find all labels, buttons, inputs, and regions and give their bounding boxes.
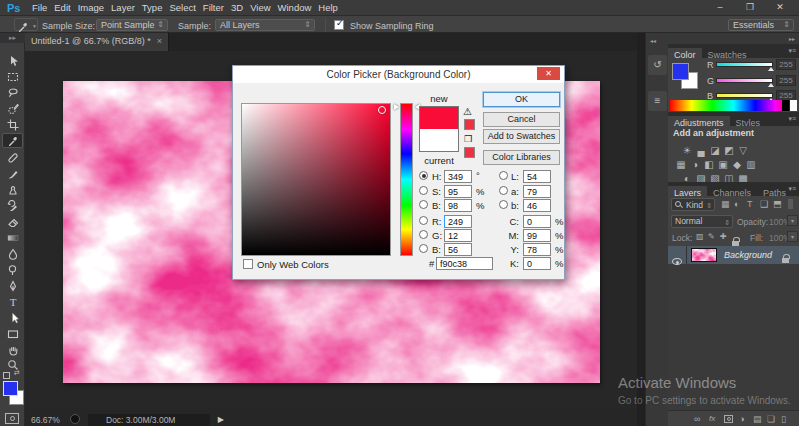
foreground-swatch[interactable] <box>672 63 689 80</box>
healing-brush-tool[interactable] <box>2 150 23 165</box>
brush-tool[interactable] <box>2 166 23 181</box>
s-field[interactable]: 95 <box>444 185 472 198</box>
menu-select[interactable]: Select <box>166 2 199 13</box>
minimize-button[interactable]: – <box>705 0 735 14</box>
menu-image[interactable]: Image <box>74 2 107 13</box>
green-slider-handle[interactable] <box>768 83 774 87</box>
hue-slider[interactable] <box>400 103 413 256</box>
ps-logo[interactable]: Ps <box>0 2 28 14</box>
menu-view[interactable]: View <box>247 2 274 13</box>
filter-toggle[interactable] <box>788 199 793 209</box>
show-sampling-ring-checkbox[interactable]: ✓ <box>334 20 344 30</box>
type-tool[interactable]: T <box>2 294 23 309</box>
blue-slider[interactable] <box>716 93 773 98</box>
menu-layer[interactable]: Layer <box>108 2 139 13</box>
filter-shape-layers-icon[interactable]: ❑ <box>760 199 768 209</box>
layer-row-background[interactable]: Background <box>668 246 799 264</box>
h-field[interactable]: 349 <box>444 170 472 183</box>
b2-field[interactable]: 56 <box>444 243 472 256</box>
zoom-level[interactable]: 66.67% <box>31 415 60 425</box>
add-to-swatches-button[interactable]: Add to Swatches <box>483 129 560 144</box>
menu-help[interactable]: Help <box>315 2 342 13</box>
visibility-eye-icon[interactable] <box>672 251 682 269</box>
move-tool[interactable] <box>2 53 23 68</box>
panel-menu-icon[interactable]: ▾≡ <box>788 115 796 123</box>
a-radio[interactable] <box>499 186 508 195</box>
h-radio[interactable] <box>419 171 428 180</box>
fill-arrow[interactable]: ▾ <box>787 231 798 242</box>
toolbar-collapse-icon[interactable]: ▸▸ <box>0 33 25 43</box>
swap-colors-icon[interactable]: ⇄ <box>14 369 20 377</box>
gradient-tool[interactable] <box>2 230 23 245</box>
red-value[interactable]: 255 <box>776 59 796 70</box>
history-panel-icon[interactable]: ↺ <box>648 55 667 75</box>
red-slider-handle[interactable] <box>768 67 774 71</box>
pen-tool[interactable] <box>2 278 23 293</box>
red-slider[interactable] <box>716 62 773 67</box>
color-libraries-button[interactable]: Color Libraries <box>483 150 560 165</box>
hex-field[interactable]: f90c38 <box>436 257 493 270</box>
r-radio[interactable] <box>419 216 428 225</box>
filter-pixel-layers-icon[interactable]: ▦ <box>721 199 730 209</box>
menu-file[interactable]: File <box>28 2 50 13</box>
lock-pixels-icon[interactable]: ✎ <box>708 232 715 241</box>
b-field[interactable]: 98 <box>444 199 472 212</box>
sample-dropdown[interactable]: All Layers⇕ <box>215 19 315 31</box>
l-radio[interactable] <box>499 171 508 180</box>
dialog-close-button[interactable]: ✕ <box>537 67 560 80</box>
hand-tool[interactable] <box>2 342 23 357</box>
new-group-icon[interactable]: ▤ <box>753 414 762 424</box>
g-field[interactable]: 12 <box>444 229 472 242</box>
doc-size-info[interactable]: Doc: 3.00M/3.00M▶ <box>88 414 210 426</box>
m-field[interactable]: 99 <box>523 229 551 242</box>
filter-adjustment-layers-icon[interactable]: ◐ <box>734 199 739 209</box>
new-layer-icon[interactable]: ❏ <box>767 414 775 424</box>
only-web-colors-checkbox[interactable] <box>243 259 253 269</box>
restore-button[interactable]: ❐ <box>735 0 765 14</box>
path-selection-tool[interactable] <box>2 310 23 325</box>
menu-filter[interactable]: Filter <box>199 2 227 13</box>
web-safe-icon[interactable]: ❒ <box>464 134 472 144</box>
rect-marquee-tool[interactable] <box>2 69 23 84</box>
layer-effects-icon[interactable]: fx <box>709 414 715 423</box>
white-ramp-end[interactable] <box>789 100 797 111</box>
menu-window[interactable]: Window <box>274 2 315 13</box>
color-ramp[interactable] <box>670 100 797 111</box>
b3-radio[interactable] <box>499 200 508 209</box>
ok-button[interactable]: OK <box>483 92 560 107</box>
expand-panels-icon[interactable]: ◂◂ <box>650 37 656 44</box>
b-radio[interactable] <box>419 200 428 209</box>
green-value[interactable]: 255 <box>776 75 796 86</box>
clone-stamp-tool[interactable] <box>2 182 23 197</box>
sample-size-dropdown[interactable]: Point Sample⇕ <box>96 19 168 31</box>
black-ramp-end[interactable] <box>782 100 789 111</box>
layer-thumbnail[interactable] <box>691 248 717 262</box>
eraser-tool[interactable] <box>2 214 23 229</box>
cancel-button[interactable]: Cancel <box>483 112 560 127</box>
panel-menu-icon[interactable]: ▾≡ <box>788 185 796 193</box>
default-colors-icon[interactable] <box>3 372 10 379</box>
document-tab[interactable]: Untitled-1 @ 66.7% (RGB/8) *× <box>25 33 169 51</box>
lock-transparency-icon[interactable]: ▨ <box>696 232 704 241</box>
close-button[interactable]: ✕ <box>765 0 795 14</box>
menu-type[interactable]: Type <box>138 2 166 13</box>
dodge-tool[interactable] <box>2 262 23 277</box>
green-slider[interactable] <box>716 78 773 83</box>
quick-selection-tool[interactable] <box>2 101 23 116</box>
b2-radio[interactable] <box>419 244 428 253</box>
collapse-panels-icon[interactable]: ▸▸ <box>789 35 795 42</box>
color-field-marker[interactable] <box>378 106 386 114</box>
blend-mode-dropdown[interactable]: Normal⇕ <box>671 215 733 228</box>
c-field[interactable]: 0 <box>523 215 551 228</box>
tool-preset-button[interactable]: ▼ <box>14 18 38 31</box>
g-radio[interactable] <box>419 230 428 239</box>
b3-field[interactable]: 46 <box>523 199 551 212</box>
k-field[interactable]: 0 <box>523 257 551 270</box>
menu-edit[interactable]: Edit <box>51 2 74 13</box>
delete-layer-icon[interactable]: ▯ <box>781 414 786 424</box>
tab-close-icon[interactable]: × <box>157 36 162 46</box>
r-field[interactable]: 249 <box>444 215 472 228</box>
crop-tool[interactable] <box>2 117 23 132</box>
workspace-dropdown[interactable]: Essentials⇕ <box>728 19 794 31</box>
l-field[interactable]: 54 <box>523 170 551 183</box>
